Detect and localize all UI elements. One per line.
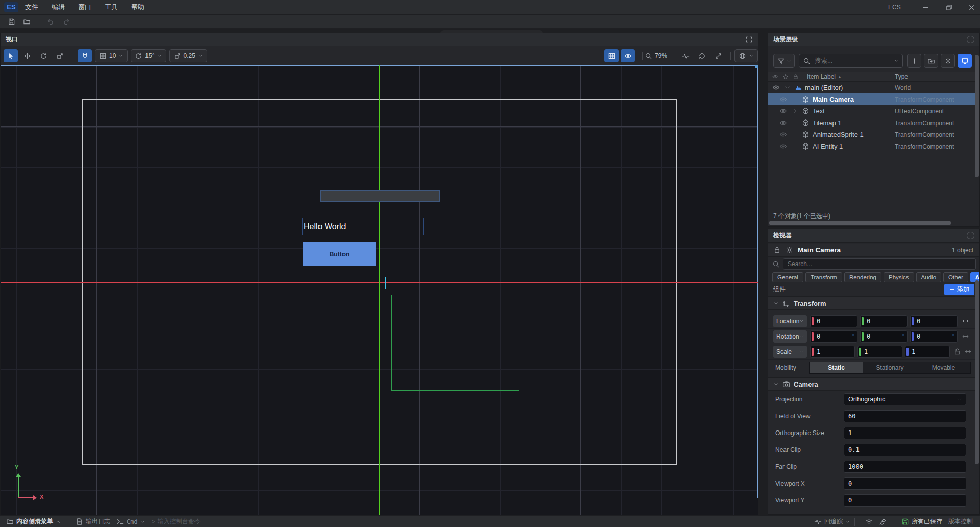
expand-panel-icon[interactable] [745,36,753,43]
fit-view-button[interactable] [711,49,725,62]
grid-snap-dropdown[interactable]: 10 [95,49,128,62]
mobility-movable[interactable]: Movable [917,362,970,373]
filter-button[interactable] [773,54,795,68]
viewport-x-field[interactable] [844,477,966,490]
add-component-button[interactable]: 添加 [944,284,974,295]
visibility-icon[interactable] [779,107,787,115]
move-tool[interactable] [20,49,34,62]
console-input[interactable]: > 输入控制台命令 [152,517,201,526]
reset-view-button[interactable] [695,49,709,62]
ortho-size-field[interactable] [844,427,966,439]
menu-edit[interactable]: 编辑 [45,0,71,14]
expand-panel-icon[interactable] [967,232,974,239]
vertical-scrollbar[interactable] [975,280,979,464]
hierarchy-titlebar[interactable]: 场景层级 [768,33,979,46]
hierarchy-row-animatedsprite[interactable]: AnimatedSprite 1 TransformComponent [768,129,979,140]
inspector-search-input[interactable] [783,258,976,270]
lock-column-icon[interactable] [793,74,799,80]
hierarchy-row-main-camera[interactable]: Main Camera TransformComponent [768,93,979,105]
gizmo-visibility-toggle[interactable] [621,49,635,62]
scale-mode-dropdown[interactable]: Scale [773,346,807,358]
settings-button[interactable] [941,54,955,68]
content-drawer-button[interactable]: 内容侧滑菜单 [6,517,61,526]
output-log-button[interactable]: 输出日志 [76,517,110,526]
restore-button[interactable] [940,0,958,14]
rotate-snap-dropdown[interactable]: 15° [131,49,166,62]
link-values-icon[interactable] [962,332,969,340]
horizontal-scrollbar[interactable] [769,221,951,225]
rotation-mode-dropdown[interactable]: Rotation [773,330,807,343]
viewport-titlebar[interactable]: 视口 [1,33,758,46]
tab-rendering[interactable]: Rendering [844,272,881,282]
menu-file[interactable]: 文件 [18,0,45,14]
uniform-scale-lock-icon[interactable] [953,348,961,355]
location-z-field[interactable] [910,315,958,327]
stats-toggle[interactable] [678,49,693,62]
scene-text-object[interactable]: Hello World [302,218,424,235]
selection-gizmo[interactable] [374,277,386,289]
scene-button-object[interactable]: Button [303,242,376,266]
app-logo[interactable]: ES [4,2,18,12]
grid-visibility-toggle[interactable] [604,49,619,62]
tab-physics[interactable]: Physics [884,272,914,282]
rotation-y-field[interactable]: ° [860,330,908,343]
snap-toggle[interactable] [78,49,92,62]
rotation-x-field[interactable]: ° [810,330,857,343]
fov-field[interactable] [844,410,966,422]
world-dropdown[interactable] [734,49,758,62]
location-mode-dropdown[interactable]: Location [773,315,807,327]
redo-button[interactable] [60,16,72,27]
select-tool[interactable] [4,49,18,62]
viewport-canvas[interactable]: Hello World Button Y X [1,65,758,515]
minimize-button[interactable] [917,0,934,14]
hierarchy-row-main[interactable]: main (Editor) World [768,82,979,93]
location-x-field[interactable] [810,315,857,327]
new-folder-button[interactable] [924,54,938,68]
menu-help[interactable]: 帮助 [125,0,151,14]
scale-z-field[interactable] [905,346,950,358]
tab-general[interactable]: General [772,272,803,282]
near-clip-field[interactable] [844,444,966,456]
link-values-icon[interactable] [964,348,972,355]
scale-snap-dropdown[interactable]: 0.25 [169,49,207,62]
cmd-dropdown[interactable]: Cmd [116,518,145,525]
sort-asc-icon[interactable]: ▲ [838,75,842,79]
guide-handle[interactable] [755,65,758,68]
rotate-tool[interactable] [36,49,51,62]
save-button[interactable] [5,16,17,27]
menu-window[interactable]: 窗口 [71,0,98,14]
visibility-icon[interactable] [772,84,780,91]
scale-y-field[interactable] [857,346,902,358]
vertical-scrollbar[interactable] [975,55,979,177]
visibility-icon[interactable] [779,119,787,127]
chevron-right-icon[interactable] [792,108,798,114]
far-clip-field[interactable] [844,461,966,473]
projection-select[interactable]: Orthographic [844,393,966,405]
type-column-header[interactable]: Type [895,73,908,80]
location-y-field[interactable] [860,315,908,327]
trace-dropdown[interactable]: 回追踪 [814,517,850,526]
label-column-header[interactable]: Item Label [807,73,836,80]
chevron-down-icon[interactable] [785,85,790,90]
close-button[interactable] [963,0,980,14]
version-control-button[interactable]: 版本控制 [948,517,973,526]
scene-green-region[interactable] [391,295,519,391]
hierarchy-search[interactable] [799,54,903,68]
hierarchy-row-ai-entity[interactable]: AI Entity 1 TransformComponent [768,140,979,152]
visibility-icon[interactable] [779,131,787,138]
tab-audio[interactable]: Audio [916,272,941,282]
open-folder-button[interactable] [20,16,33,27]
tab-transform[interactable]: Transform [805,272,842,282]
eye-column-icon[interactable] [772,74,778,80]
connection-button[interactable] [879,518,887,525]
menu-tools[interactable]: 工具 [98,0,125,14]
gear-icon[interactable] [786,246,793,254]
link-values-icon[interactable] [962,317,969,325]
scale-x-field[interactable] [810,346,855,358]
hierarchy-row-tilemap[interactable]: Tilemap 1 TransformComponent [768,117,979,129]
expand-panel-icon[interactable] [967,36,974,43]
visibility-icon[interactable] [779,95,787,103]
star-column-icon[interactable] [782,74,789,80]
mobility-stationary[interactable]: Stationary [863,362,917,373]
network-status-button[interactable] [865,518,873,525]
